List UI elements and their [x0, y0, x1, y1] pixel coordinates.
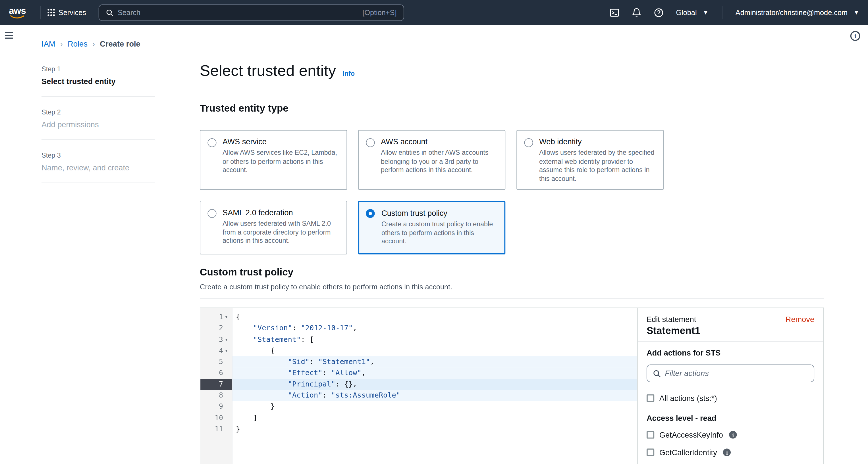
code-punct-token: : — [310, 358, 318, 366]
code-string-token: "Sid" — [288, 358, 310, 366]
all-actions-label: All actions (sts:*) — [659, 394, 717, 403]
code-punct-token: : {}, — [335, 380, 357, 388]
radio-unselected[interactable] — [208, 209, 216, 218]
action-label: GetAccessKeyInfo — [659, 430, 723, 439]
info-panel-toggle[interactable]: i — [850, 31, 860, 41]
entity-card-saml-2-0-federation[interactable]: SAML 2.0 federationAllow users federated… — [200, 201, 347, 255]
wizard-step-step-2: Step 2Add permissions — [41, 108, 155, 140]
fold-toggle-icon[interactable]: ▾ — [223, 334, 230, 345]
code-string-token: "sts:AssumeRole" — [331, 391, 400, 399]
code-line-7[interactable]: "Principal": {}, — [232, 379, 637, 390]
line-number: 8 — [219, 390, 223, 401]
code-punct-token: , — [362, 369, 366, 377]
code-string-token: "Effect" — [288, 369, 322, 377]
code-line-5[interactable]: "Sid": "Statement1", — [232, 356, 637, 368]
entity-card-web-identity[interactable]: Web identityAllows users federated by th… — [517, 130, 664, 190]
code-string-token: "Principal" — [288, 380, 336, 388]
filter-actions-field[interactable] — [647, 365, 814, 382]
all-actions-checkbox[interactable] — [647, 394, 654, 402]
line-number: 10 — [215, 412, 223, 424]
editor-code-area[interactable]: { "Version": "2012-10-17", "Statement": … — [232, 308, 637, 464]
entity-card-description: Allows users federated by the specified … — [539, 149, 655, 183]
step-label: Name, review, and create — [41, 163, 155, 172]
edit-statement-label: Edit statement — [647, 314, 696, 324]
step-number: Step 2 — [41, 108, 155, 116]
code-line-6[interactable]: "Effect": "Allow", — [232, 367, 637, 379]
statement-panel-header: Edit statement Remove Statement1 — [638, 308, 823, 342]
side-nav-toggle[interactable] — [4, 31, 14, 40]
code-line-4[interactable]: { — [232, 345, 637, 356]
remove-statement-link[interactable]: Remove — [785, 314, 814, 324]
access-level-read-heading: Access level - read — [647, 414, 814, 423]
entity-card-title: AWS account — [381, 137, 497, 146]
viewport: aws Services Search [Option+S] — [0, 0, 868, 464]
gutter-line-6: 6 — [200, 367, 232, 379]
radio-selected[interactable] — [366, 209, 375, 218]
line-number: 7 — [219, 379, 223, 390]
step-number: Step 3 — [41, 152, 155, 159]
entity-card-description: Allow AWS services like EC2, Lambda, or … — [222, 149, 339, 175]
policy-editor-block: 1▾23▾4▾567891011 { "Version": "2012-10-1… — [200, 307, 824, 464]
line-number: 6 — [219, 367, 223, 379]
gutter-line-4: 4▾ — [200, 345, 232, 356]
entity-card-title: Web identity — [539, 137, 655, 146]
filter-search-icon — [653, 369, 661, 377]
custom-policy-heading: Custom trust policy — [200, 267, 824, 278]
code-punct-token — [236, 335, 253, 343]
action-row-getcalleridentity[interactable]: GetCallerIdentityi — [647, 448, 814, 457]
search-icon — [105, 8, 113, 16]
entity-type-heading: Trusted entity type — [200, 103, 824, 114]
code-line-1[interactable]: { — [232, 311, 637, 323]
code-line-3[interactable]: "Statement": [ — [232, 334, 637, 345]
wizard-step-step-3: Step 3Name, review, and create — [41, 152, 155, 183]
radio-unselected[interactable] — [366, 138, 375, 147]
line-number: 3 — [219, 334, 223, 345]
code-line-10[interactable]: ] — [232, 412, 637, 424]
action-row-getaccesskeyinfo[interactable]: GetAccessKeyInfoi — [647, 430, 814, 439]
all-actions-row[interactable]: All actions (sts:*) — [647, 394, 814, 403]
entity-cards-row-1: AWS serviceAllow AWS services like EC2, … — [200, 130, 824, 190]
action-checkbox[interactable] — [647, 449, 654, 456]
code-line-11[interactable]: } — [232, 424, 637, 435]
entity-card-aws-account[interactable]: AWS accountAllow entities in other AWS a… — [358, 130, 505, 190]
entity-card-description: Create a custom trust policy to enable o… — [381, 220, 497, 246]
gutter-line-3: 3▾ — [200, 334, 232, 345]
action-checkbox[interactable] — [647, 431, 654, 438]
entity-card-description: Allow entities in other AWS accounts bel… — [381, 149, 497, 175]
action-checkbox-list: GetAccessKeyInfoiGetCallerIdentityiGetFe… — [647, 430, 814, 464]
breadcrumb-item-roles[interactable]: Roles — [68, 39, 88, 48]
breadcrumb-item-iam[interactable]: IAM — [41, 39, 55, 48]
aws-console: aws Services Search [Option+S] — [0, 0, 868, 464]
entity-card-custom-trust-policy[interactable]: Custom trust policyCreate a custom trust… — [358, 201, 505, 255]
fold-toggle-icon[interactable]: ▾ — [223, 345, 230, 356]
code-punct-token: : — [292, 324, 301, 332]
code-line-8[interactable]: "Action": "sts:AssumeRole" — [232, 390, 637, 401]
radio-unselected[interactable] — [524, 138, 533, 147]
radio-unselected[interactable] — [208, 138, 216, 147]
code-punct-token — [236, 380, 288, 388]
filter-actions-input[interactable] — [665, 369, 808, 378]
services-menu-button[interactable]: Services — [48, 8, 86, 16]
aws-logo[interactable]: aws — [9, 6, 26, 19]
statement-panel-body: Add actions for STS All actions (sts:*) … — [638, 342, 823, 464]
line-number: 2 — [219, 323, 223, 334]
code-punct-token — [236, 358, 288, 366]
code-punct-token: , — [353, 324, 357, 332]
gutter-line-11: 11 — [200, 424, 232, 435]
code-punct-token: : [ — [301, 335, 314, 343]
aws-logo-text: aws — [9, 6, 26, 14]
code-string-token: "Allow" — [331, 369, 362, 377]
fold-toggle-icon[interactable]: ▾ — [223, 311, 230, 323]
policy-code-editor[interactable]: 1▾23▾4▾567891011 { "Version": "2012-10-1… — [200, 308, 637, 464]
chevron-down-icon: ▼ — [854, 9, 859, 15]
info-icon[interactable]: i — [729, 431, 737, 438]
entity-card-title: SAML 2.0 federation — [222, 208, 339, 217]
code-punct-token: : — [322, 391, 331, 399]
info-link[interactable]: Info — [342, 70, 355, 77]
info-icon[interactable]: i — [723, 449, 731, 456]
entity-card-aws-service[interactable]: AWS serviceAllow AWS services like EC2, … — [200, 130, 347, 190]
code-line-9[interactable]: } — [232, 401, 637, 412]
code-line-2[interactable]: "Version": "2012-10-17", — [232, 323, 637, 334]
entity-card-title: AWS service — [222, 137, 339, 146]
action-label: GetCallerIdentity — [659, 448, 717, 457]
